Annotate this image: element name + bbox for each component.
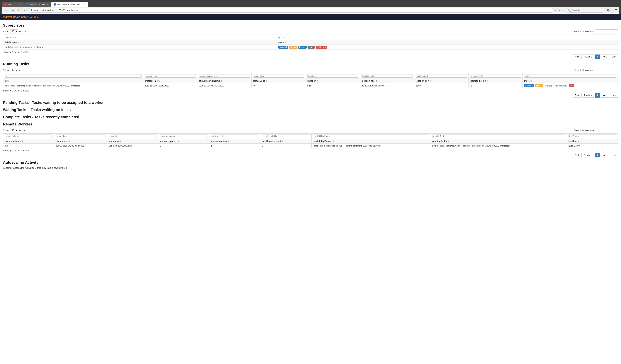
rt-filter-queue[interactable] bbox=[199, 74, 250, 78]
sidebar-icon[interactable]: ▭ bbox=[611, 9, 614, 12]
rw-filter-ccused[interactable] bbox=[262, 134, 310, 138]
rt-cell-lochost: demo.hortonworks.com bbox=[360, 83, 414, 88]
supervisors-filter-datasource[interactable] bbox=[5, 36, 275, 39]
rt-badge-payload[interactable]: payload bbox=[524, 84, 534, 87]
rt-col-queue[interactable]: queueInsertionTime ⇅ bbox=[197, 79, 251, 83]
rw-page1-btn[interactable]: 1 bbox=[595, 153, 600, 157]
rt-filter-lochost[interactable] bbox=[362, 74, 413, 78]
supervisors-search-all: Search all columns: bbox=[574, 29, 618, 33]
rt-col-id[interactable]: id ⇅ bbox=[3, 79, 143, 83]
running-tasks-search-input[interactable] bbox=[596, 68, 618, 72]
browser-search-box[interactable]: 🔍 bbox=[566, 8, 605, 13]
rt-col-lochost[interactable]: location host ⇅ bbox=[360, 79, 414, 83]
rw-filter-running[interactable] bbox=[432, 134, 565, 138]
tab-close-druid[interactable]: ✕ bbox=[84, 3, 86, 6]
supervisors-show-select[interactable]: 10 bbox=[10, 29, 18, 33]
supervisors-search-input[interactable] bbox=[596, 29, 618, 33]
url-input[interactable] bbox=[33, 9, 551, 12]
rw-col-host[interactable]: worker host ⇅ bbox=[54, 139, 107, 144]
rt-filter-locport[interactable] bbox=[416, 74, 467, 78]
rt-col-statuscode[interactable]: statusCode ⇅ bbox=[252, 79, 306, 83]
rt-col-more[interactable]: more ⇅ bbox=[523, 79, 618, 83]
back-button[interactable]: ← bbox=[4, 8, 9, 12]
browser-search-input[interactable] bbox=[572, 9, 603, 12]
rw-cell-running: ["index_kafka_workshop.meetup_comment_se… bbox=[431, 144, 567, 148]
rw-last-btn[interactable]: Last bbox=[610, 153, 618, 157]
rw-col-avail[interactable]: availabilityGroups ⇅ bbox=[311, 139, 431, 144]
rw-col-scheme[interactable]: worker scheme ⇅ bbox=[3, 139, 54, 144]
rw-filter-ver[interactable] bbox=[211, 134, 259, 138]
rw-col-ver[interactable]: worker version ⇅ bbox=[209, 139, 260, 144]
badge-status[interactable]: status bbox=[289, 46, 297, 49]
rt-filter-created[interactable] bbox=[145, 74, 196, 78]
rt-filter-loctls[interactable] bbox=[470, 74, 521, 78]
tab-close-nifi[interactable]: ✕ bbox=[20, 3, 22, 6]
rw-first-btn[interactable]: First bbox=[573, 153, 581, 157]
rt-badge-log-all[interactable]: log (all) bbox=[544, 84, 553, 87]
rt-col-loctls[interactable]: location tlsPort ⇅ bbox=[468, 79, 522, 83]
tab-nifi[interactable]: 🔴 NiFi ✕ bbox=[2, 2, 24, 7]
rt-filter-status[interactable] bbox=[253, 74, 304, 78]
menu-icon[interactable]: ☰ bbox=[615, 9, 617, 12]
rw-col-ip[interactable]: worker ip ⇅ bbox=[107, 139, 158, 144]
supervisors-prev-btn[interactable]: Previous bbox=[582, 54, 594, 59]
rw-filter-avail[interactable] bbox=[313, 134, 429, 138]
supervisors-col-datasource[interactable]: dataSource ⇅ bbox=[3, 40, 277, 45]
rt-filter-duration[interactable] bbox=[307, 74, 358, 78]
rw-col-cap[interactable]: worker capacity ⇅ bbox=[158, 139, 209, 144]
supervisors-header-row: dataSource ⇅ more ⇅ bbox=[3, 40, 618, 45]
rt-badge-kill[interactable]: kill bbox=[569, 84, 574, 87]
tab-druid[interactable]: 🔵 Druid Indexer Coordinator Console ✕ bbox=[51, 2, 88, 7]
rw-filter-ip[interactable] bbox=[109, 134, 157, 138]
rt-badge-status[interactable]: status bbox=[535, 84, 543, 87]
rt-filter-id[interactable] bbox=[5, 74, 141, 78]
home-button[interactable]: ⌂ bbox=[23, 8, 27, 12]
rt-col-duration[interactable]: duration ⇅ bbox=[306, 79, 360, 83]
supervisors-next-btn[interactable]: Next bbox=[601, 54, 609, 59]
address-bar[interactable]: ℹ bbox=[29, 8, 554, 13]
rt-filter-more[interactable] bbox=[524, 74, 616, 78]
running-tasks-show-select[interactable]: 10 bbox=[10, 68, 18, 72]
reload-button[interactable]: ↻ bbox=[17, 8, 22, 12]
rt-col-locport[interactable]: location port ⇅ bbox=[414, 79, 468, 83]
new-tab-button[interactable]: + bbox=[88, 1, 94, 7]
rt-prev-btn[interactable]: Previous bbox=[582, 93, 594, 98]
supervisors-filter-more[interactable] bbox=[278, 36, 616, 39]
pocket-icon[interactable]: 🞂 bbox=[558, 9, 561, 12]
supervisors-first-btn[interactable]: First bbox=[573, 54, 581, 59]
rt-first-btn[interactable]: First bbox=[573, 93, 581, 98]
badge-payload[interactable]: payload bbox=[278, 46, 288, 49]
supervisors-col-more[interactable]: more ⇅ bbox=[277, 40, 618, 45]
overflow-icon[interactable]: ··· bbox=[555, 9, 557, 12]
rt-last-btn[interactable]: Last bbox=[610, 93, 618, 98]
bookmarks-icon[interactable]: 📚 bbox=[607, 9, 610, 12]
star-icon[interactable]: ☆ bbox=[562, 9, 564, 12]
badge-history[interactable]: history bbox=[298, 46, 307, 49]
rw-col-ccused[interactable]: currCapacityUsed ⇅ bbox=[260, 139, 311, 144]
forward-button[interactable]: → bbox=[10, 8, 16, 12]
rw-show-select[interactable]: 10 bbox=[10, 128, 18, 132]
badge-reset[interactable]: reset bbox=[308, 46, 314, 49]
rt-cell-actions: payload status log (all) log (last 8kb) … bbox=[523, 83, 618, 88]
rt-col-created[interactable]: createdTime ⇅ bbox=[143, 79, 197, 83]
tab-close-zeppelin[interactable]: ✕ bbox=[46, 3, 49, 6]
supervisors-show-row: Show 10 entries Search all columns: bbox=[3, 29, 618, 33]
rt-badge-log-last[interactable]: log (last 8kb) bbox=[554, 84, 568, 87]
rw-filter-host[interactable] bbox=[56, 134, 106, 138]
rw-cell-last: 2018-11-09 bbox=[567, 144, 618, 148]
rw-filter-last[interactable] bbox=[569, 134, 616, 138]
rt-page1-btn[interactable]: 1 bbox=[595, 93, 600, 98]
tab-zeppelin[interactable]: 🔵 Demo - Zeppelin ✕ bbox=[24, 2, 51, 7]
rw-next-btn[interactable]: Next bbox=[601, 153, 609, 157]
rt-next-btn[interactable]: Next bbox=[601, 93, 609, 98]
supervisors-last-btn[interactable]: Last bbox=[610, 54, 618, 59]
rw-filter-scheme[interactable] bbox=[5, 134, 52, 138]
rw-search-input[interactable] bbox=[596, 128, 618, 132]
supervisors-page1-btn[interactable]: 1 bbox=[595, 54, 600, 59]
rw-col-running[interactable]: runningTasks ⇅ bbox=[431, 139, 567, 144]
rw-prev-btn[interactable]: Previous bbox=[582, 153, 594, 157]
rw-filter-cap[interactable] bbox=[160, 134, 208, 138]
remote-workers-table: worker scheme ⇅ worker host ⇅ worker ip … bbox=[3, 133, 618, 148]
badge-shutdown[interactable]: shutdown bbox=[316, 46, 327, 49]
rw-col-last[interactable]: lastCom ⇅ bbox=[567, 139, 618, 144]
